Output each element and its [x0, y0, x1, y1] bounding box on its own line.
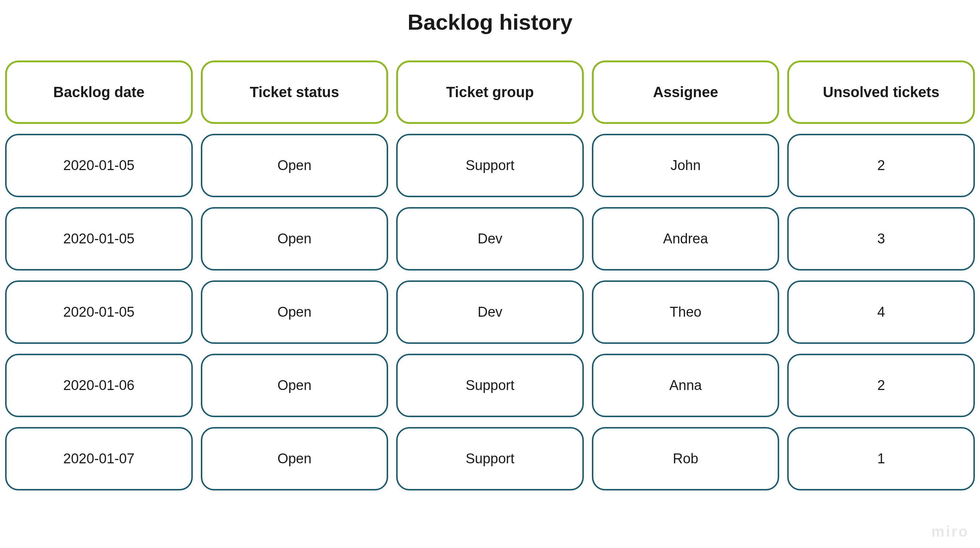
- page-title: Backlog history: [5, 10, 975, 35]
- table-cell: 2020-01-06: [5, 354, 193, 417]
- table-cell: Support: [396, 134, 584, 197]
- table-cell: 3: [787, 207, 975, 271]
- table-cell: Anna: [592, 354, 780, 417]
- miro-watermark: miro: [931, 523, 969, 540]
- table-cell: 2: [787, 134, 975, 197]
- table-cell: Rob: [592, 427, 780, 491]
- column-header-unsolved-tickets: Unsolved tickets: [787, 61, 975, 124]
- backlog-table: Backlog date Ticket status Ticket group …: [5, 61, 975, 491]
- table-cell: 2: [787, 354, 975, 417]
- column-header-ticket-group: Ticket group: [396, 61, 584, 124]
- table-cell: Open: [201, 354, 388, 417]
- column-header-backlog-date: Backlog date: [5, 61, 193, 124]
- column-header-ticket-status: Ticket status: [201, 61, 388, 124]
- table-cell: Support: [396, 354, 584, 417]
- column-header-assignee: Assignee: [592, 61, 780, 124]
- table-cell: Open: [201, 207, 388, 271]
- table-cell: 1: [787, 427, 975, 491]
- table-cell: Open: [201, 134, 388, 197]
- table-cell: Open: [201, 280, 388, 344]
- table-cell: Support: [396, 427, 584, 491]
- table-cell: Theo: [592, 280, 780, 344]
- table-cell: 2020-01-05: [5, 134, 193, 197]
- table-cell: Open: [201, 427, 388, 491]
- table-cell: 4: [787, 280, 975, 344]
- table-cell: 2020-01-07: [5, 427, 193, 491]
- table-cell: 2020-01-05: [5, 280, 193, 344]
- table-cell: Dev: [396, 207, 584, 271]
- table-cell: Andrea: [592, 207, 780, 271]
- table-cell: John: [592, 134, 780, 197]
- table-cell: Dev: [396, 280, 584, 344]
- table-cell: 2020-01-05: [5, 207, 193, 271]
